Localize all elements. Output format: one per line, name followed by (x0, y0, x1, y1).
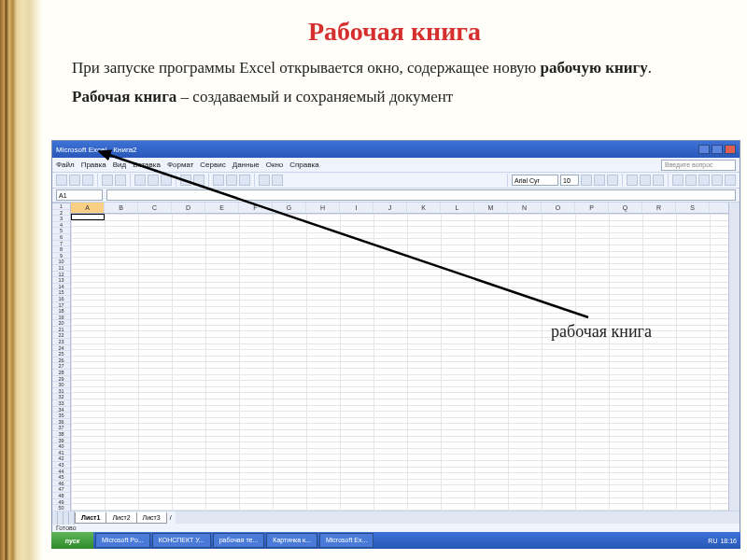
row-header-28[interactable]: 28 (52, 370, 70, 376)
percent-icon[interactable] (685, 175, 697, 186)
row-header-12[interactable]: 12 (52, 272, 70, 278)
column-header-L[interactable]: L (441, 203, 474, 213)
align-right-icon[interactable] (653, 175, 664, 186)
sheet-tab-3[interactable]: Лист3 (136, 512, 167, 524)
menu-window[interactable]: Окно (266, 161, 284, 169)
column-header-D[interactable]: D (172, 203, 205, 213)
borders-icon[interactable] (698, 175, 710, 186)
row-header-8[interactable]: 8 (52, 246, 70, 253)
drawing-icon[interactable] (272, 175, 283, 186)
row-header-25[interactable]: 25 (52, 351, 70, 357)
row-header-37[interactable]: 37 (52, 425, 70, 431)
row-header-5[interactable]: 5 (52, 228, 70, 234)
save-icon[interactable] (82, 175, 93, 186)
row-header-7[interactable]: 7 (52, 241, 70, 247)
row-header-40[interactable]: 40 (52, 443, 70, 450)
undo-icon[interactable] (180, 175, 191, 186)
column-header-B[interactable]: B (105, 203, 138, 213)
print-icon[interactable] (102, 175, 113, 186)
sheet-tab-2[interactable]: Лист2 (106, 512, 136, 524)
menu-view[interactable]: Вид (113, 161, 126, 169)
tab-nav-arrows[interactable] (52, 511, 75, 525)
row-header-45[interactable]: 45 (52, 474, 70, 481)
row-header-6[interactable]: 6 (52, 234, 70, 241)
currency-icon[interactable] (672, 175, 684, 186)
redo-icon[interactable] (193, 175, 204, 186)
row-header-34[interactable]: 34 (52, 407, 70, 413)
menu-edit[interactable]: Правка (81, 161, 106, 169)
row-header-30[interactable]: 30 (52, 382, 70, 388)
row-header-27[interactable]: 27 (52, 363, 70, 370)
column-header-R[interactable]: R (642, 203, 676, 213)
minimize-icon[interactable] (698, 145, 710, 154)
font-selector[interactable]: Arial Cyr (512, 175, 558, 186)
taskbar-item-4[interactable]: Картинка к... (266, 533, 317, 548)
row-header-4[interactable]: 4 (52, 222, 70, 229)
menu-format[interactable]: Формат (167, 161, 193, 169)
column-header-K[interactable]: K (407, 203, 441, 213)
new-icon[interactable] (56, 175, 67, 186)
open-icon[interactable] (69, 175, 80, 186)
row-header-48[interactable]: 48 (52, 493, 70, 499)
cell-grid[interactable] (71, 214, 728, 511)
row-header-21[interactable]: 21 (52, 327, 70, 333)
column-header-S[interactable]: S (676, 203, 710, 213)
column-header-F[interactable]: F (239, 203, 273, 213)
column-header-I[interactable]: I (340, 203, 374, 213)
column-header-G[interactable]: G (273, 203, 306, 213)
row-header-46[interactable]: 46 (52, 481, 70, 487)
row-header-14[interactable]: 14 (52, 284, 70, 290)
chart-icon[interactable] (259, 175, 270, 186)
row-header-38[interactable]: 38 (52, 431, 70, 438)
start-button[interactable]: пуск (51, 532, 93, 549)
row-header-41[interactable]: 41 (52, 450, 70, 456)
preview-icon[interactable] (115, 175, 126, 186)
column-header-O[interactable]: O (542, 203, 575, 213)
row-header-2[interactable]: 2 (52, 210, 70, 217)
row-header-24[interactable]: 24 (52, 345, 70, 352)
paste-icon[interactable] (161, 175, 172, 186)
row-header-36[interactable]: 36 (52, 419, 70, 426)
close-icon[interactable] (725, 145, 736, 154)
row-header-13[interactable]: 13 (52, 277, 70, 284)
column-header-H[interactable]: H (306, 203, 340, 213)
column-header-Q[interactable]: Q (609, 203, 642, 213)
row-header-22[interactable]: 22 (52, 332, 70, 339)
row-header-32[interactable]: 32 (52, 394, 70, 400)
vertical-scrollbar[interactable] (728, 203, 740, 511)
horizontal-scrollbar[interactable] (176, 511, 740, 524)
column-header-J[interactable]: J (374, 203, 407, 213)
row-header-19[interactable]: 19 (52, 315, 70, 321)
row-header-47[interactable]: 47 (52, 486, 70, 493)
taskbar-item-2[interactable]: КОНСПЕКТ У... (152, 533, 211, 548)
menu-insert[interactable]: Вставка (133, 161, 161, 169)
menu-help[interactable]: Справка (289, 161, 318, 169)
row-header-39[interactable]: 39 (52, 438, 70, 444)
bold-icon[interactable] (581, 175, 592, 186)
taskbar-item-5[interactable]: Microsoft Ex... (319, 533, 374, 548)
row-header-20[interactable]: 20 (52, 320, 70, 327)
row-header-43[interactable]: 43 (52, 462, 70, 469)
row-header-26[interactable]: 26 (52, 357, 70, 364)
fill-color-icon[interactable] (712, 175, 723, 186)
row-header-10[interactable]: 10 (52, 259, 70, 265)
column-header-C[interactable]: C (138, 203, 172, 213)
menu-file[interactable]: Файл (56, 161, 75, 169)
row-header-44[interactable]: 44 (52, 469, 70, 475)
align-left-icon[interactable] (627, 175, 638, 186)
row-header-42[interactable]: 42 (52, 455, 70, 462)
maximize-icon[interactable] (712, 145, 723, 154)
sort-desc-icon[interactable] (239, 175, 250, 186)
row-header-3[interactable]: 3 (52, 216, 70, 222)
taskbar-item-1[interactable]: Microsoft Po... (95, 533, 150, 548)
active-cell[interactable] (71, 214, 105, 220)
sheet-tab-1[interactable]: Лист1 (75, 512, 106, 524)
font-size-selector[interactable]: 10 (560, 175, 579, 186)
row-header-15[interactable]: 15 (52, 289, 70, 296)
copy-icon[interactable] (148, 175, 159, 186)
row-header-35[interactable]: 35 (52, 413, 70, 419)
row-header-11[interactable]: 11 (52, 265, 70, 272)
column-header-N[interactable]: N (508, 203, 542, 213)
taskbar-item-3[interactable]: рабочая те... (213, 533, 265, 548)
cut-icon[interactable] (134, 175, 146, 186)
